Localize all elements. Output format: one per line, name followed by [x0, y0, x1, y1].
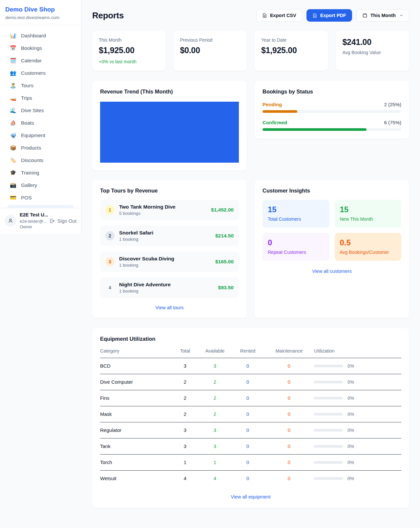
sidebar-item-gallery[interactable]: 📸 Gallery — [4, 179, 77, 192]
cell-utilization: 0% — [314, 363, 401, 369]
people-icon: 👥 — [10, 71, 16, 76]
cell-utilization: 0% — [314, 396, 401, 401]
table-row: BCD 3 3 0 0 0% — [100, 358, 401, 374]
period-dropdown[interactable]: This Month — [356, 9, 409, 22]
insights-row: Top Tours by Revenue 1 Two Tank Morning … — [92, 180, 409, 318]
status-label-confirmed: Confirmed — [262, 120, 287, 125]
tour-revenue: $165.00 — [215, 259, 234, 265]
insight-tile-repeat-customers: 0 Repeat Customers — [262, 233, 329, 261]
sidebar-item-reports-active-partial[interactable] — [7, 205, 74, 208]
sidebar-item-bookings[interactable]: 📅 Bookings — [4, 42, 77, 54]
bookings-status-card: Bookings by Status Pending 2 (25%) Confi… — [255, 81, 409, 139]
cell-total: 3 — [172, 443, 199, 449]
sidebar-item-pos[interactable]: 💳 POS — [4, 192, 77, 204]
sidebar-item-boats[interactable]: ⛵ Boats — [4, 117, 77, 129]
cell-rented: 0 — [231, 427, 264, 433]
export-csv-button[interactable]: Export CSV — [256, 9, 302, 22]
insight-tile-total-customers: 15 Total Customers — [262, 200, 329, 228]
sign-out-label: Sign Out — [57, 218, 76, 224]
sidebar-item-tours[interactable]: 🏝️ Tours — [4, 79, 77, 92]
main-content: Reports Export CSV Export PDF This Month — [81, 0, 420, 508]
sidebar-item-customers[interactable]: 👥 Customers — [4, 67, 77, 79]
stat-card-this-month: This Month $1,925.00 +0% vs last month — [92, 31, 166, 71]
sidebar-item-label: Discounts — [21, 157, 43, 163]
tour-row[interactable]: 3 Discover Scuba Diving 1 booking $165.0… — [100, 252, 239, 272]
status-value-pending: 2 (25%) — [384, 102, 401, 107]
cell-available: 3 — [199, 363, 231, 369]
sidebar-item-dashboard[interactable]: 📊 Dashboard — [4, 30, 77, 42]
tour-row[interactable]: 2 Snorkel Safari 1 booking $214.50 — [100, 226, 239, 246]
cell-total: 1 — [172, 459, 199, 465]
sidebar-header: Demo Dive Shop demo.test.divestreams.com — [0, 0, 81, 25]
utilization-bar — [314, 461, 343, 464]
tour-row[interactable]: 1 Two Tank Morning Dive 5 bookings $1,45… — [100, 200, 239, 220]
person-icon — [8, 218, 13, 224]
sidebar-item-label: POS — [21, 195, 32, 201]
tour-name: Two Tank Morning Dive — [119, 204, 176, 210]
cell-category: Mask — [100, 411, 172, 417]
chevron-down-icon — [399, 13, 403, 17]
top-tours-list: 1 Two Tank Morning Dive 5 bookings $1,45… — [100, 200, 239, 298]
utilization-percent: 0% — [347, 444, 354, 449]
island-icon: 🏝️ — [10, 83, 16, 88]
equipment-table: Category Total Available Rented Maintena… — [100, 348, 401, 486]
cell-available: 4 — [199, 476, 231, 481]
sidebar-item-discounts[interactable]: 🏷️ Discounts — [4, 154, 77, 167]
calendar-icon — [362, 13, 368, 18]
diving-mask-icon: 🤿 — [10, 133, 16, 138]
rank-badge: 2 — [105, 231, 115, 240]
utilization-bar — [314, 477, 343, 480]
equipment-table-header: Category Total Available Rented Maintena… — [100, 348, 401, 358]
cell-available: 2 — [199, 379, 231, 385]
utilization-percent: 0% — [347, 396, 354, 401]
cell-category: Torch — [100, 459, 172, 465]
camera-icon: 📸 — [10, 183, 16, 188]
col-header-maintenance: Maintenance — [264, 348, 314, 354]
tour-name: Discover Scuba Diving — [119, 256, 174, 262]
credit-card-icon: 💳 — [10, 195, 16, 200]
insight-label: New This Month — [340, 216, 396, 222]
utilization-percent: 0% — [347, 428, 354, 433]
tour-row[interactable]: 4 Night Dive Adventure 1 booking $93.50 — [100, 277, 239, 298]
wave-icon: 🌊 — [10, 108, 16, 113]
sidebar-item-label: Trips — [21, 95, 32, 101]
sidebar-item-label: Training — [21, 170, 39, 176]
cell-total: 4 — [172, 476, 199, 481]
cell-maintenance: 0 — [264, 427, 314, 433]
sign-out-button[interactable]: Sign Out — [49, 218, 76, 224]
status-bar-fill-confirmed — [262, 128, 367, 131]
view-all-customers-link[interactable]: View all customers — [262, 269, 401, 274]
stat-value: $241.00 — [343, 37, 403, 47]
sidebar-item-dive-sites[interactable]: 🌊 Dive Sites — [4, 104, 77, 117]
status-label-pending: Pending — [262, 102, 282, 107]
utilization-percent: 0% — [347, 412, 354, 417]
cell-rented: 0 — [231, 476, 264, 481]
cell-category: BCD — [100, 363, 172, 369]
utilization-percent: 0% — [347, 460, 354, 465]
cell-available: 1 — [199, 459, 231, 465]
customer-insights-card: Customer Insights 15 Total Customers 15 … — [255, 180, 409, 318]
export-pdf-button[interactable]: Export PDF — [306, 9, 352, 22]
view-all-equipment-link[interactable]: View all equipment — [100, 494, 401, 499]
sign-out-icon — [49, 218, 55, 224]
sidebar-item-calendar[interactable]: 🗓️ Calendar — [4, 54, 77, 67]
stat-label: This Month — [99, 37, 159, 43]
revenue-trend-title: Revenue Trend (This Month) — [100, 89, 239, 95]
sidebar-item-label: Tours — [21, 83, 33, 89]
cell-utilization: 0% — [314, 428, 401, 433]
view-all-tours-link[interactable]: View all tours — [100, 305, 239, 310]
cell-utilization: 0% — [314, 444, 401, 449]
equipment-title: Equipment Utilization — [100, 336, 401, 342]
stat-card-year-to-date: Year to Date $1,925.00 — [255, 31, 328, 71]
brand-subdomain: demo.test.divestreams.com — [5, 15, 76, 20]
user-name: E2E Test U... — [20, 212, 46, 218]
cell-utilization: 0% — [314, 460, 401, 465]
cell-total: 2 — [172, 395, 199, 401]
sidebar-item-training[interactable]: 🎓 Training — [4, 167, 77, 179]
sidebar-item-equipment[interactable]: 🤿 Equipment — [4, 129, 77, 142]
sidebar-item-trips[interactable]: 🚤 Trips — [4, 92, 77, 104]
sidebar-item-products[interactable]: 📦 Products — [4, 142, 77, 154]
tour-revenue: $93.50 — [218, 285, 234, 291]
sidebar-item-label: Customers — [21, 70, 46, 76]
cell-available: 3 — [199, 443, 231, 449]
